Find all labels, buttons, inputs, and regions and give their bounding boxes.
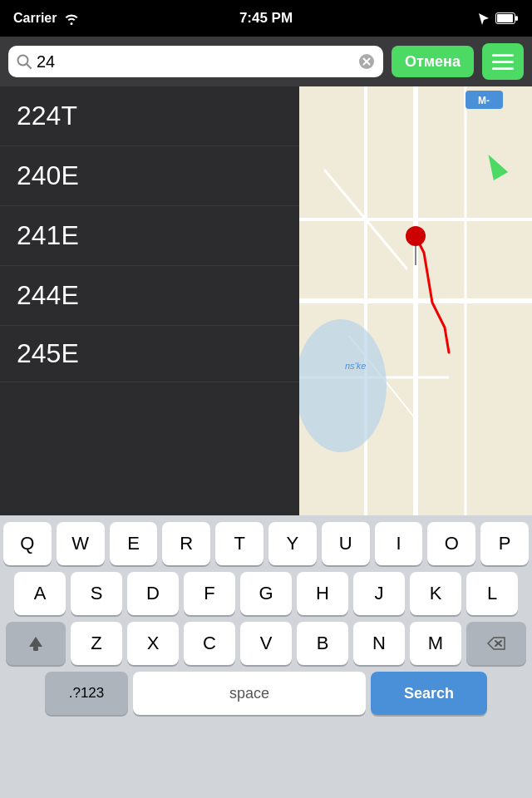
main-content: 224T 240E 241E 244E 245E bbox=[0, 86, 532, 515]
keyboard-row-3: Z X C V B N M bbox=[3, 622, 529, 665]
key-w[interactable]: W bbox=[57, 522, 105, 565]
key-r[interactable]: R bbox=[162, 522, 210, 565]
key-d[interactable]: D bbox=[127, 572, 179, 615]
keyboard: Q W E R T Y U I O P A S D F G H J K L Z … bbox=[0, 515, 532, 798]
results-list: 224T 240E 241E 244E 245E bbox=[0, 86, 299, 515]
list-item[interactable]: 241E bbox=[0, 206, 299, 266]
key-g[interactable]: G bbox=[240, 572, 292, 615]
menu-line-2 bbox=[492, 61, 514, 63]
key-e[interactable]: E bbox=[110, 522, 158, 565]
svg-text:ns'ke: ns'ke bbox=[345, 361, 366, 371]
svg-marker-24 bbox=[29, 637, 42, 647]
svg-point-18 bbox=[406, 226, 426, 246]
map-area[interactable]: M- ns'ke bbox=[299, 86, 532, 515]
key-p[interactable]: P bbox=[480, 522, 529, 565]
key-h[interactable]: H bbox=[297, 572, 348, 615]
space-key[interactable]: space bbox=[133, 672, 366, 715]
key-a[interactable]: A bbox=[14, 572, 66, 615]
list-item[interactable]: 244E bbox=[0, 266, 299, 326]
menu-line-1 bbox=[492, 54, 514, 57]
carrier-label: Carrier bbox=[13, 11, 57, 26]
key-k[interactable]: K bbox=[410, 572, 461, 615]
numbers-key[interactable]: .?123 bbox=[45, 672, 128, 715]
keyboard-row-1: Q W E R T Y U I O P bbox=[3, 522, 529, 565]
svg-point-17 bbox=[299, 319, 387, 452]
result-label: 240E bbox=[17, 160, 79, 191]
backspace-key[interactable] bbox=[466, 622, 526, 665]
clear-icon[interactable] bbox=[358, 53, 375, 70]
svg-line-4 bbox=[27, 64, 31, 68]
svg-text:M-: M- bbox=[478, 95, 490, 106]
key-c[interactable]: C bbox=[184, 622, 235, 665]
menu-line-3 bbox=[492, 67, 514, 70]
result-label: 244E bbox=[17, 280, 79, 311]
svg-rect-25 bbox=[33, 647, 38, 651]
key-q[interactable]: Q bbox=[3, 522, 52, 565]
key-b[interactable]: B bbox=[297, 622, 348, 665]
key-z[interactable]: Z bbox=[71, 622, 122, 665]
status-left: Carrier bbox=[13, 11, 80, 26]
key-m[interactable]: M bbox=[410, 622, 461, 665]
svg-rect-1 bbox=[497, 14, 513, 22]
top-bar: Отмена bbox=[0, 37, 532, 86]
key-s[interactable]: S bbox=[71, 572, 122, 615]
result-label: 245E bbox=[17, 338, 79, 369]
wifi-icon bbox=[63, 12, 80, 25]
result-label: 224T bbox=[17, 101, 77, 131]
result-label: 241E bbox=[17, 220, 79, 251]
status-bar: Carrier 7:45 PM bbox=[0, 0, 532, 37]
keyboard-row-4: .?123 space Search bbox=[3, 672, 529, 715]
key-x[interactable]: X bbox=[127, 622, 179, 665]
status-time: 7:45 PM bbox=[239, 10, 293, 27]
backspace-icon bbox=[487, 637, 505, 650]
shift-icon bbox=[27, 635, 44, 652]
list-item[interactable]: 240E bbox=[0, 146, 299, 206]
status-right bbox=[477, 12, 519, 25]
battery-icon bbox=[495, 12, 519, 24]
map-view: M- ns'ke bbox=[299, 86, 532, 515]
search-icon bbox=[17, 54, 32, 69]
location-icon bbox=[477, 12, 490, 25]
keyboard-row-2: A S D F G H J K L bbox=[3, 572, 529, 615]
search-key[interactable]: Search bbox=[371, 672, 487, 715]
cancel-button[interactable]: Отмена bbox=[392, 46, 474, 77]
key-y[interactable]: Y bbox=[268, 522, 317, 565]
menu-button[interactable] bbox=[482, 43, 524, 80]
key-f[interactable]: F bbox=[184, 572, 235, 615]
list-item[interactable]: 224T bbox=[0, 86, 299, 146]
key-l[interactable]: L bbox=[466, 572, 518, 615]
key-j[interactable]: J bbox=[353, 572, 405, 615]
key-n[interactable]: N bbox=[353, 622, 405, 665]
key-v[interactable]: V bbox=[240, 622, 292, 665]
key-t[interactable]: T bbox=[215, 522, 264, 565]
list-item[interactable]: 245E bbox=[0, 326, 299, 382]
key-u[interactable]: U bbox=[322, 522, 370, 565]
svg-rect-2 bbox=[515, 16, 518, 21]
search-input[interactable] bbox=[37, 52, 353, 71]
shift-key[interactable] bbox=[6, 622, 66, 665]
search-box[interactable] bbox=[8, 46, 383, 77]
key-o[interactable]: O bbox=[427, 522, 475, 565]
key-i[interactable]: I bbox=[375, 522, 423, 565]
